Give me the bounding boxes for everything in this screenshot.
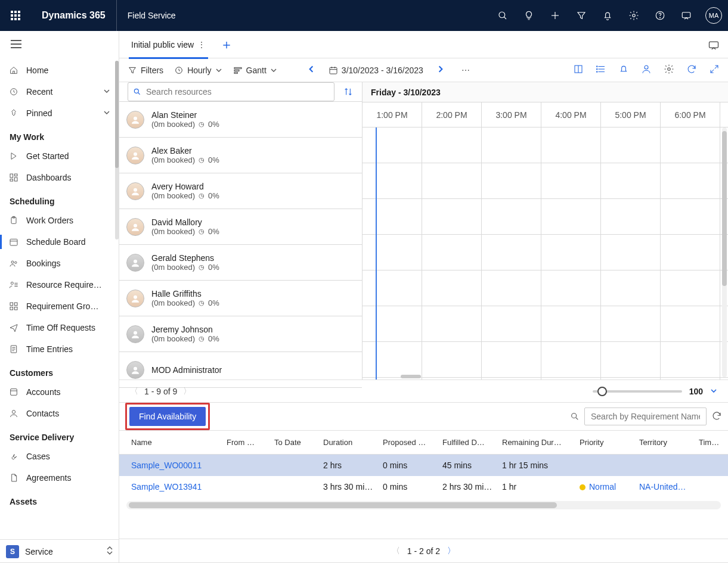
add-tab-button[interactable]: ＋ — [215, 36, 238, 54]
timeline-cell[interactable] — [363, 306, 422, 341]
toolbar-alerts-icon[interactable] — [618, 64, 629, 76]
column-header[interactable]: Duration — [323, 438, 383, 447]
zoom-menu[interactable] — [710, 387, 717, 396]
timeline-row[interactable] — [363, 306, 728, 342]
timeline-cell[interactable] — [482, 127, 541, 163]
find-availability-button[interactable]: Find Availability — [129, 407, 206, 426]
timeline-cell[interactable] — [661, 306, 720, 341]
resource-row[interactable]: Halle Griffiths(0m booked) ◷ 0% — [119, 281, 362, 316]
timeline-cell[interactable] — [422, 235, 482, 270]
resource-row[interactable]: Alex Baker(0m booked) ◷ 0% — [119, 138, 362, 173]
resource-row[interactable]: Gerald Stephens(0m booked) ◷ 0% — [119, 245, 362, 281]
resource-row[interactable]: Alan Steiner(0m booked) ◷ 0% — [119, 102, 362, 138]
assistant-icon[interactable] — [673, 0, 699, 31]
app-launcher[interactable] — [0, 11, 31, 20]
timeline-cell[interactable] — [541, 342, 601, 377]
timeline-cell[interactable] — [541, 163, 601, 198]
resource-row[interactable]: Jeremy Johnson(0m booked) ◷ 0% — [119, 316, 362, 352]
timeline-cell[interactable] — [541, 378, 601, 380]
toolbar-expand-icon[interactable] — [709, 64, 720, 76]
sidebar-item-requirement-gro-[interactable]: Requirement Gro… — [0, 296, 119, 317]
bell-icon[interactable] — [594, 0, 621, 31]
brand-title[interactable]: Dynamics 365 — [31, 0, 117, 31]
interval-dropdown[interactable]: Hourly — [174, 66, 222, 75]
sidebar-item-agreements[interactable]: Agreements — [0, 467, 119, 489]
requirement-name-link[interactable]: Sample_WO00011 — [131, 461, 227, 470]
gear-icon[interactable] — [621, 0, 647, 31]
toolbar-list-icon[interactable] — [596, 64, 606, 76]
column-header[interactable]: Name — [131, 438, 227, 447]
timeline-row[interactable] — [363, 235, 728, 270]
timeline-cell[interactable] — [661, 342, 720, 377]
timeline-cell[interactable] — [363, 342, 422, 377]
requirement-search-input[interactable] — [584, 408, 707, 425]
lightbulb-icon[interactable] — [516, 0, 542, 31]
user-avatar[interactable]: MA — [705, 7, 722, 24]
timeline-cell[interactable] — [541, 306, 601, 341]
plus-icon[interactable] — [542, 0, 568, 31]
timeline-cell[interactable] — [363, 163, 422, 198]
column-header[interactable]: Territory — [639, 438, 699, 447]
column-header[interactable]: Priority — [580, 438, 639, 447]
board-tab-active[interactable]: Initial public view ⋮ — [125, 31, 212, 58]
timeline-cell[interactable] — [601, 235, 661, 270]
requirement-name-link[interactable]: Sample_WO13941 — [131, 482, 227, 492]
resource-row[interactable]: Avery Howard(0m booked) ◷ 0% — [119, 173, 362, 209]
timeline-cell[interactable] — [422, 342, 482, 377]
search-icon[interactable] — [490, 0, 516, 31]
view-dropdown[interactable]: Gantt — [233, 66, 277, 75]
timeline-cell[interactable] — [422, 306, 482, 341]
column-header[interactable]: From … — [227, 438, 274, 447]
timeline-cell[interactable] — [541, 199, 601, 234]
timeline-vscroll[interactable] — [722, 127, 727, 377]
timeline-cell[interactable] — [482, 378, 541, 380]
column-header[interactable]: Remaining Dur… — [502, 438, 580, 447]
toolbar-refresh-icon[interactable] — [686, 64, 697, 76]
assistant-panel-icon[interactable] — [708, 39, 720, 53]
sidebar-item-work-orders[interactable]: Work Orders — [0, 210, 119, 231]
sidebar-item-time-entries[interactable]: Time Entries — [0, 338, 119, 360]
timeline-cell[interactable] — [482, 235, 541, 270]
resource-search[interactable]: Search resources — [128, 82, 334, 101]
sidebar-item-recent[interactable]: Recent — [0, 81, 119, 102]
timeline-cell[interactable] — [661, 235, 720, 270]
timeline-cell[interactable] — [601, 378, 661, 380]
timeline-cell[interactable] — [601, 163, 661, 198]
toolbar-column-icon[interactable] — [573, 64, 584, 76]
zoom-slider[interactable] — [593, 390, 682, 393]
requirements-hscroll[interactable] — [126, 501, 721, 509]
nav-collapse-button[interactable] — [0, 31, 119, 57]
sidebar-item-time-off-requests[interactable]: Time Off Requests — [0, 317, 119, 338]
toolbar-overflow[interactable]: ⋯ — [458, 66, 475, 75]
resource-row[interactable]: David Mallory(0m booked) ◷ 0% — [119, 209, 362, 245]
date-next-button[interactable] — [434, 65, 447, 75]
toolbar-settings-icon[interactable] — [664, 64, 674, 76]
timeline-row[interactable] — [363, 342, 728, 378]
timeline-cell[interactable] — [363, 270, 422, 306]
timeline-cell[interactable] — [541, 235, 601, 270]
timeline-cell[interactable] — [601, 199, 661, 234]
timeline-cell[interactable] — [363, 235, 422, 270]
sidebar-item-home[interactable]: Home — [0, 60, 119, 81]
timeline-cell[interactable] — [422, 378, 482, 380]
sidebar-item-contacts[interactable]: Contacts — [0, 403, 119, 424]
timeline-row[interactable] — [363, 199, 728, 235]
sidebar-item-bookings[interactable]: Bookings — [0, 253, 119, 274]
sidebar-scrollbar[interactable] — [115, 61, 119, 239]
timeline-cell[interactable] — [422, 163, 482, 198]
timeline-cell[interactable] — [482, 199, 541, 234]
timeline-cell[interactable] — [482, 306, 541, 341]
timeline-row[interactable] — [363, 270, 728, 306]
timeline-cell[interactable] — [720, 378, 728, 380]
sidebar-item-schedule-board[interactable]: Schedule Board — [0, 231, 119, 253]
pager-prev[interactable]: 〈 — [130, 386, 138, 397]
timeline-cell[interactable] — [601, 306, 661, 341]
resource-sort-button[interactable] — [339, 82, 357, 101]
timeline-cell[interactable] — [363, 199, 422, 234]
timeline-cell[interactable] — [422, 199, 482, 234]
sidebar-item-pinned[interactable]: Pinned — [0, 102, 119, 124]
timeline-cell[interactable] — [363, 127, 422, 163]
toolbar-person-icon[interactable] — [641, 64, 652, 76]
timeline-cell[interactable] — [422, 270, 482, 306]
timeline-cell[interactable] — [482, 270, 541, 306]
